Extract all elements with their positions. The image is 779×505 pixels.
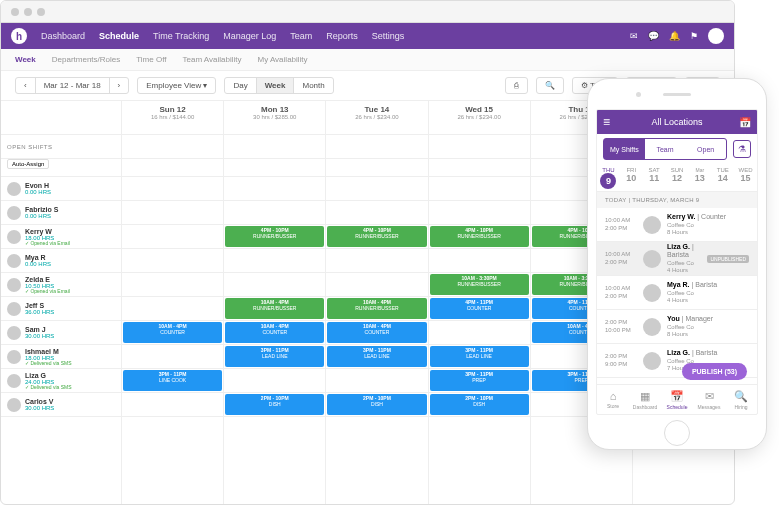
schedule-cell[interactable] xyxy=(122,225,223,249)
publish-button[interactable]: PUBLISH (53) xyxy=(682,363,747,380)
schedule-cell[interactable] xyxy=(326,201,427,225)
bell-icon[interactable]: 🔔 xyxy=(669,31,680,41)
window-min-dot[interactable] xyxy=(24,8,32,16)
phone-nav-schedule[interactable]: 📅Schedule xyxy=(661,385,693,414)
employee-row[interactable]: Mya R0.00 HRS xyxy=(1,249,121,273)
shift-block[interactable]: 4PM - 10PMRUNNER/BUSSER xyxy=(430,226,529,247)
phone-day[interactable]: THU9 xyxy=(597,164,620,191)
employee-row[interactable]: Carlos V30.00 HRS xyxy=(1,393,121,417)
employee-row[interactable]: Evon H0.00 HRS xyxy=(1,177,121,201)
phone-nav-hiring[interactable]: 🔍Hiring xyxy=(725,385,757,414)
schedule-cell[interactable]: 3PM - 11PMLEAD LINE xyxy=(326,345,427,369)
employee-row[interactable]: Liza G24.00 HRS✓ Delivered via SMS xyxy=(1,369,121,393)
phone-nav-messages[interactable]: ✉Messages xyxy=(693,385,725,414)
schedule-cell[interactable] xyxy=(429,249,530,273)
nav-manager-log[interactable]: Manager Log xyxy=(223,31,276,41)
employee-row[interactable]: Sam J30.00 HRS xyxy=(1,321,121,345)
shift-block[interactable]: 3PM - 11PMPREP xyxy=(430,370,529,391)
employee-row[interactable]: Fabrizio S0.00 HRS xyxy=(1,201,121,225)
schedule-cell[interactable] xyxy=(224,201,325,225)
auto-assign-button[interactable]: Auto-Assign xyxy=(7,159,49,169)
nav-reports[interactable]: Reports xyxy=(326,31,358,41)
schedule-cell[interactable]: 10AM - 4PMCOUNTER xyxy=(326,321,427,345)
shift-block[interactable]: 2PM - 10PMDISH xyxy=(430,394,529,415)
shift-block[interactable]: 10AM - 4PMCOUNTER xyxy=(123,322,222,343)
phone-day[interactable]: TUE14 xyxy=(711,164,734,191)
month-button[interactable]: Month xyxy=(294,78,332,93)
schedule-cell[interactable]: 2PM - 10PMDISH xyxy=(224,393,325,417)
shift-block[interactable]: 10AM - 4PMCOUNTER xyxy=(327,322,426,343)
phone-day[interactable]: SUN12 xyxy=(666,164,689,191)
shift-block[interactable]: 2PM - 10PMDISH xyxy=(327,394,426,415)
schedule-cell[interactable]: 2PM - 10PMDISH xyxy=(429,393,530,417)
schedule-cell[interactable] xyxy=(224,249,325,273)
menu-icon[interactable]: ≡ xyxy=(603,115,610,129)
shift-block[interactable]: 10AM - 4PMCOUNTER xyxy=(225,322,324,343)
shift-block[interactable]: 4PM - 11PMCOUNTER xyxy=(430,298,529,319)
subnav-item[interactable]: My Availability xyxy=(257,55,307,64)
schedule-cell[interactable] xyxy=(429,321,530,345)
subnav-item[interactable]: Team Availability xyxy=(182,55,241,64)
next-week-button[interactable]: › xyxy=(110,78,129,93)
calendar-icon[interactable]: 📅 xyxy=(739,117,751,128)
schedule-cell[interactable]: 10AM - 4PMCOUNTER xyxy=(122,321,223,345)
employee-row[interactable]: Zelda E10.50 HRS✓ Opened via Email xyxy=(1,273,121,297)
phone-shift-item[interactable]: 10:00 AM2:00 PMMya R. | BaristaCoffee Co… xyxy=(597,276,757,310)
phone-shift-item[interactable]: 10:00 AM2:00 PMKerry W. | CounterCoffee … xyxy=(597,208,757,242)
shift-block[interactable]: 10AM - 3:30PMRUNNER/BUSSER xyxy=(430,274,529,295)
shift-block[interactable]: 3PM - 11PMLINE COOK xyxy=(123,370,222,391)
chat-icon[interactable]: 💬 xyxy=(648,31,659,41)
window-max-dot[interactable] xyxy=(37,8,45,16)
schedule-cell[interactable]: 3PM - 11PMLEAD LINE xyxy=(224,345,325,369)
phone-nav-dashboard[interactable]: ▦Dashboard xyxy=(629,385,661,414)
shift-block[interactable]: 3PM - 11PMLEAD LINE xyxy=(225,346,324,367)
nav-time-tracking[interactable]: Time Tracking xyxy=(153,31,209,41)
subnav-item[interactable]: Time Off xyxy=(136,55,166,64)
schedule-cell[interactable]: 10AM - 4PMRUNNER/BUSSER xyxy=(224,297,325,321)
schedule-cell[interactable]: 10AM - 4PMRUNNER/BUSSER xyxy=(326,297,427,321)
phone-shift-item[interactable]: 10:00 AM2:00 PMLiza G. | BaristaCoffee C… xyxy=(597,242,757,276)
phone-nav-store[interactable]: ⌂Store xyxy=(597,385,629,414)
phone-day[interactable]: FRI10 xyxy=(620,164,643,191)
schedule-cell[interactable] xyxy=(429,177,530,201)
phone-day[interactable]: SAT11 xyxy=(643,164,666,191)
day-button[interactable]: Day xyxy=(225,78,256,93)
phone-day[interactable]: Mar13 xyxy=(688,164,711,191)
schedule-cell[interactable] xyxy=(122,249,223,273)
shift-block[interactable]: 4PM - 10PMRUNNER/BUSSER xyxy=(327,226,426,247)
employee-row[interactable]: Jeff S36.00 HRS xyxy=(1,297,121,321)
window-close-dot[interactable] xyxy=(11,8,19,16)
schedule-cell[interactable]: 4PM - 10PMRUNNER/BUSSER xyxy=(326,225,427,249)
phone-shift-item[interactable]: 2:00 PM10:00 PMYou | ManagerCoffee Co8 H… xyxy=(597,310,757,344)
search-button[interactable]: 🔍 xyxy=(536,77,564,94)
nav-schedule[interactable]: Schedule xyxy=(99,31,139,41)
phone-tab[interactable]: Team xyxy=(645,139,686,159)
schedule-cell[interactable] xyxy=(224,369,325,393)
schedule-cell[interactable]: 3PM - 11PMLEAD LINE xyxy=(429,345,530,369)
phone-day[interactable]: WED15 xyxy=(734,164,757,191)
schedule-cell[interactable]: 4PM - 10PMRUNNER/BUSSER xyxy=(429,225,530,249)
schedule-cell[interactable]: 10AM - 3:30PMRUNNER/BUSSER xyxy=(429,273,530,297)
shift-block[interactable]: 3PM - 11PMLEAD LINE xyxy=(430,346,529,367)
schedule-cell[interactable] xyxy=(224,177,325,201)
nav-settings[interactable]: Settings xyxy=(372,31,405,41)
schedule-cell[interactable] xyxy=(122,177,223,201)
schedule-cell[interactable] xyxy=(122,345,223,369)
schedule-cell[interactable] xyxy=(326,369,427,393)
schedule-cell[interactable] xyxy=(122,273,223,297)
shift-block[interactable]: 2PM - 10PMDISH xyxy=(225,394,324,415)
schedule-cell[interactable] xyxy=(429,201,530,225)
schedule-cell[interactable]: 4PM - 11PMCOUNTER xyxy=(429,297,530,321)
schedule-cell[interactable]: 3PM - 11PMPREP xyxy=(429,369,530,393)
nav-dashboard[interactable]: Dashboard xyxy=(41,31,85,41)
schedule-cell[interactable] xyxy=(122,393,223,417)
week-button[interactable]: Week xyxy=(257,78,295,93)
subnav-item[interactable]: Week xyxy=(15,55,36,64)
schedule-cell[interactable]: 4PM - 10PMRUNNER/BUSSER xyxy=(224,225,325,249)
prev-week-button[interactable]: ‹ xyxy=(16,78,36,93)
schedule-cell[interactable] xyxy=(326,249,427,273)
filter-icon[interactable]: ⚗ xyxy=(733,140,751,158)
home-button[interactable] xyxy=(664,420,690,446)
mail-icon[interactable]: ✉ xyxy=(630,31,638,41)
shift-block[interactable]: 10AM - 4PMRUNNER/BUSSER xyxy=(225,298,324,319)
